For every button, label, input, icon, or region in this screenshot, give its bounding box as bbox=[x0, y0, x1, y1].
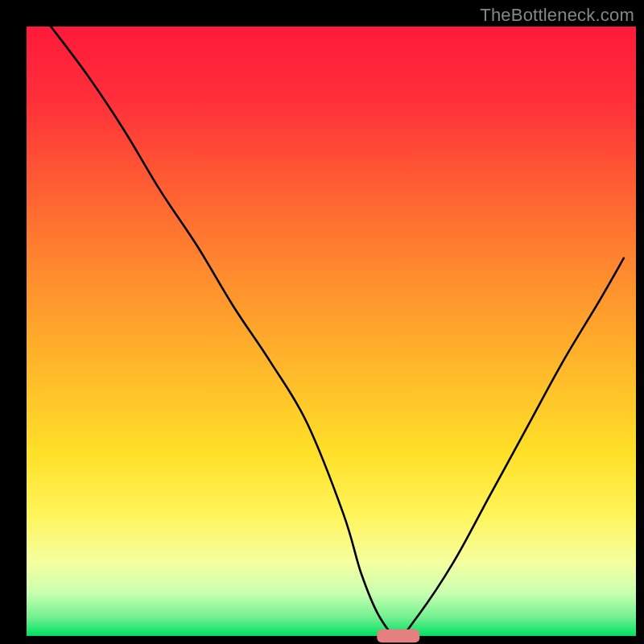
chart-container: TheBottleneck.com bbox=[0, 0, 644, 644]
optimal-marker bbox=[377, 630, 419, 643]
plot-background bbox=[27, 27, 636, 636]
bottleneck-chart bbox=[0, 0, 644, 644]
watermark-text: TheBottleneck.com bbox=[480, 5, 634, 26]
